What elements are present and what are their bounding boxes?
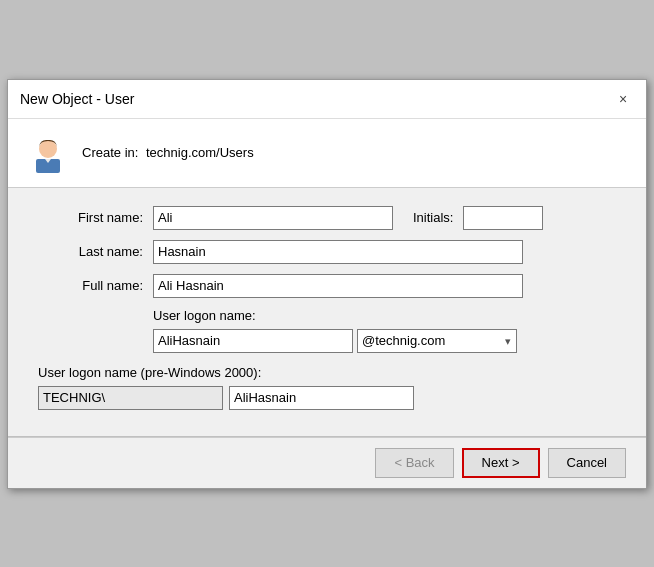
logon-section: User logon name: @technig.com bbox=[38, 308, 616, 353]
back-button[interactable]: < Back bbox=[375, 448, 453, 478]
new-object-user-dialog: New Object - User × Create in: technig.c… bbox=[7, 79, 647, 489]
close-button[interactable]: × bbox=[612, 88, 634, 110]
pre2000-domain-input bbox=[38, 386, 223, 410]
pre2000-user-input[interactable] bbox=[229, 386, 414, 410]
first-name-row: First name: Initials: bbox=[38, 206, 616, 230]
pre2000-row bbox=[38, 386, 616, 410]
create-in-path: technig.com/Users bbox=[146, 145, 254, 160]
domain-select[interactable]: @technig.com bbox=[357, 329, 517, 353]
create-in-container: Create in: technig.com/Users bbox=[82, 145, 254, 160]
initials-input[interactable] bbox=[463, 206, 543, 230]
top-section: Create in: technig.com/Users bbox=[8, 119, 646, 188]
user-avatar-icon bbox=[28, 133, 68, 173]
initials-label: Initials: bbox=[413, 210, 453, 225]
pre2000-section: User logon name (pre-Windows 2000): bbox=[38, 365, 616, 410]
last-name-input[interactable] bbox=[153, 240, 523, 264]
next-button[interactable]: Next > bbox=[462, 448, 540, 478]
pre2000-label: User logon name (pre-Windows 2000): bbox=[38, 365, 616, 380]
dialog-title: New Object - User bbox=[20, 91, 134, 107]
logon-row: @technig.com bbox=[153, 329, 616, 353]
logon-name-label: User logon name: bbox=[153, 308, 616, 323]
full-name-input[interactable] bbox=[153, 274, 523, 298]
create-in-label: Create in: bbox=[82, 145, 138, 160]
footer: < Back Next > Cancel bbox=[8, 437, 646, 488]
last-name-label: Last name: bbox=[38, 244, 143, 259]
first-name-input[interactable] bbox=[153, 206, 393, 230]
svg-point-1 bbox=[39, 140, 57, 158]
logon-name-input[interactable] bbox=[153, 329, 353, 353]
last-name-row: Last name: bbox=[38, 240, 616, 264]
first-name-label: First name: bbox=[38, 210, 143, 225]
domain-select-wrapper: @technig.com bbox=[353, 329, 517, 353]
title-bar: New Object - User × bbox=[8, 80, 646, 119]
cancel-button[interactable]: Cancel bbox=[548, 448, 626, 478]
title-bar-left: New Object - User bbox=[20, 91, 134, 107]
form-section: First name: Initials: Last name: Full na… bbox=[8, 188, 646, 422]
full-name-row: Full name: bbox=[38, 274, 616, 298]
full-name-label: Full name: bbox=[38, 278, 143, 293]
